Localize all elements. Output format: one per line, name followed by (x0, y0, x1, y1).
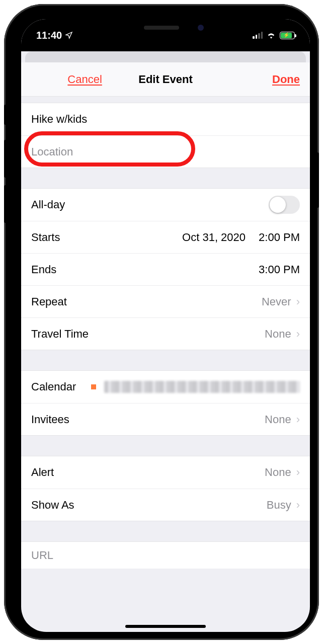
event-location-input[interactable] (31, 136, 300, 168)
calendar-label: Calendar (31, 380, 76, 393)
home-indicator[interactable] (125, 625, 206, 628)
cancel-button[interactable]: Cancel (31, 73, 138, 86)
title-location-section (21, 103, 310, 168)
url-placeholder: URL (31, 549, 53, 562)
done-button[interactable]: Done (272, 73, 300, 86)
show-as-value: Busy (267, 499, 291, 512)
ends-label: Ends (31, 263, 56, 276)
alert-value: None (265, 466, 291, 479)
all-day-toggle[interactable] (269, 196, 300, 214)
time-section: All-day Starts Oct 31, 2020 2:00 PM Ends… (21, 188, 310, 350)
invitees-label: Invitees (31, 413, 69, 426)
calendar-color-dot (91, 384, 96, 389)
location-arrow-icon (65, 31, 73, 39)
starts-label: Starts (31, 231, 60, 244)
power-button[interactable] (316, 152, 319, 208)
show-as-row[interactable]: Show As Busy › (21, 489, 310, 521)
sheet-background (25, 51, 306, 62)
chevron-right-icon: › (296, 328, 300, 341)
travel-time-value: None (265, 328, 291, 341)
travel-time-label: Travel Time (31, 328, 89, 341)
starts-time-value: 2:00 PM (259, 231, 300, 244)
chevron-right-icon: › (296, 295, 300, 308)
repeat-row[interactable]: Repeat Never › (21, 285, 310, 317)
cellular-signal-icon (253, 32, 263, 39)
invitees-row[interactable]: Invitees None › (21, 403, 310, 435)
alert-section: Alert None › Show As Busy › (21, 456, 310, 521)
wifi-icon (267, 32, 276, 39)
modal-title: Edit Event (138, 73, 193, 86)
calendar-section: Calendar Invitees None › (21, 370, 310, 436)
invitees-value: None (265, 413, 291, 426)
url-row[interactable]: URL (21, 541, 310, 569)
volume-up-button[interactable] (4, 140, 7, 178)
travel-time-row[interactable]: Travel Time None › (21, 317, 310, 350)
status-time: 11:40 (36, 30, 62, 41)
calendar-name-redacted (104, 381, 300, 393)
ends-time-value: 3:00 PM (259, 263, 300, 276)
all-day-row[interactable]: All-day (21, 189, 310, 221)
chevron-right-icon: › (296, 413, 300, 426)
ends-row[interactable]: Ends 3:00 PM (21, 253, 310, 285)
chevron-right-icon: › (296, 466, 300, 479)
mute-switch[interactable] (4, 105, 7, 125)
repeat-value: Never (262, 295, 291, 308)
volume-down-button[interactable] (4, 185, 7, 223)
event-title-row[interactable] (21, 103, 310, 135)
chevron-right-icon: › (296, 499, 300, 512)
alert-label: Alert (31, 466, 54, 479)
alert-row[interactable]: Alert None › (21, 456, 310, 489)
starts-date-value: Oct 31, 2020 (182, 231, 246, 244)
repeat-label: Repeat (31, 295, 67, 308)
all-day-label: All-day (31, 198, 65, 211)
battery-icon: ⚡ (280, 32, 295, 39)
event-location-row[interactable] (21, 135, 310, 168)
show-as-label: Show As (31, 499, 74, 512)
starts-row[interactable]: Starts Oct 31, 2020 2:00 PM (21, 221, 310, 253)
modal-header: Cancel Edit Event Done (21, 62, 310, 97)
event-title-input[interactable] (31, 103, 300, 135)
calendar-row[interactable]: Calendar (21, 371, 310, 403)
device-notch (96, 19, 227, 36)
